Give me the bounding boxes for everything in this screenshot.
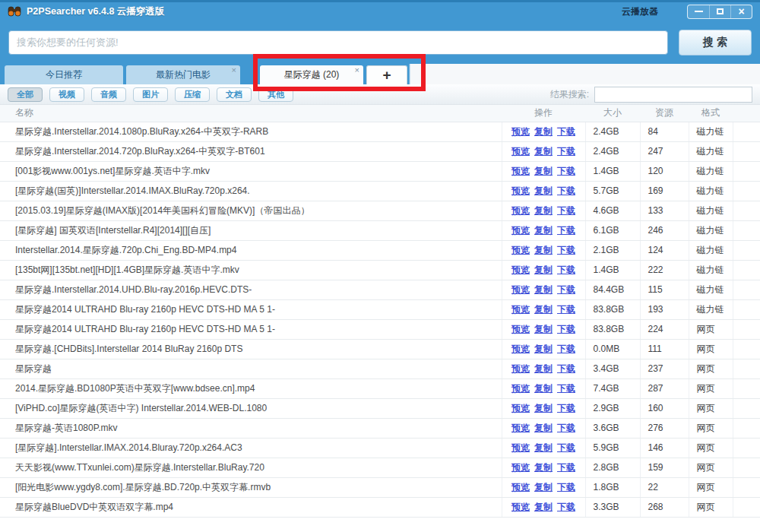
header-format[interactable]: 格式 (689, 105, 733, 122)
copy-link[interactable]: 复制 (534, 264, 553, 275)
filter-button-5[interactable]: 压缩 (175, 87, 210, 102)
result-size: 1.4GB (585, 260, 640, 280)
copy-link[interactable]: 复制 (534, 284, 553, 295)
preview-link[interactable]: 预览 (511, 423, 530, 433)
preview-link[interactable]: 预览 (511, 304, 530, 315)
copy-link[interactable]: 复制 (534, 324, 553, 334)
copy-link[interactable]: 复制 (534, 363, 553, 374)
copy-link[interactable]: 复制 (534, 146, 553, 157)
search-input[interactable] (8, 30, 668, 55)
download-link[interactable]: 下载 (557, 383, 575, 394)
download-link[interactable]: 下载 (557, 264, 575, 275)
result-name: [阳光电影www.ygdy8.com].星际穿越.BD.720p.中英双字幕.r… (0, 477, 502, 497)
download-link[interactable]: 下载 (557, 304, 575, 315)
result-format: 网页 (689, 359, 733, 378)
preview-link[interactable]: 预览 (511, 482, 530, 492)
new-tab-button[interactable]: + (366, 65, 407, 84)
result-actions: 预览复制下载 (502, 280, 585, 299)
tab-3[interactable]: 星际穿越 (20)× (260, 65, 363, 84)
copy-link[interactable]: 复制 (534, 462, 553, 473)
preview-link[interactable]: 预览 (511, 185, 530, 196)
close-icon[interactable]: × (730, 5, 752, 18)
preview-link[interactable]: 预览 (511, 383, 530, 394)
copy-link[interactable]: 复制 (534, 185, 553, 196)
search-button[interactable]: 搜 索 (679, 30, 752, 55)
filter-button-1[interactable]: 全部 (8, 87, 43, 102)
row-spacer (733, 458, 760, 477)
copy-link[interactable]: 复制 (534, 403, 553, 413)
tab-1[interactable]: 今日推荐 (5, 65, 123, 84)
result-name: 星际穿越.Interstellar.2014.720p.BluRay.x264-… (0, 141, 502, 161)
download-link[interactable]: 下载 (557, 324, 575, 334)
preview-link[interactable]: 预览 (511, 324, 530, 334)
result-size: 83.8GB (585, 319, 640, 339)
filter-button-4[interactable]: 图片 (133, 87, 168, 102)
tab-close-icon[interactable]: × (355, 65, 359, 74)
minimize-icon[interactable] (688, 5, 709, 18)
preview-link[interactable]: 预览 (511, 344, 530, 354)
copy-link[interactable]: 复制 (534, 126, 553, 137)
preview-link[interactable]: 预览 (511, 502, 530, 512)
header-name[interactable]: 名称 (0, 105, 502, 122)
preview-link[interactable]: 预览 (511, 245, 530, 255)
result-resources: 146 (640, 438, 689, 458)
download-link[interactable]: 下载 (557, 462, 575, 473)
copy-link[interactable]: 复制 (534, 205, 553, 216)
download-link[interactable]: 下载 (557, 205, 575, 216)
preview-link[interactable]: 预览 (511, 442, 530, 453)
download-link[interactable]: 下载 (557, 502, 575, 512)
filter-button-7[interactable]: 其他 (258, 87, 293, 102)
download-link[interactable]: 下载 (557, 403, 575, 413)
copy-link[interactable]: 复制 (534, 423, 553, 433)
preview-link[interactable]: 预览 (511, 126, 530, 137)
download-link[interactable]: 下载 (557, 363, 575, 374)
row-spacer (733, 220, 760, 240)
copy-link[interactable]: 复制 (534, 344, 553, 354)
copy-link[interactable]: 复制 (534, 482, 553, 492)
copy-link[interactable]: 复制 (534, 442, 553, 453)
preview-link[interactable]: 预览 (511, 205, 530, 216)
download-link[interactable]: 下载 (557, 482, 575, 492)
download-link[interactable]: 下载 (557, 126, 575, 137)
table-row: 星际穿越.Interstellar.2014.1080p.BluRay.x264… (0, 122, 760, 141)
download-link[interactable]: 下载 (557, 284, 575, 295)
download-link[interactable]: 下载 (557, 185, 575, 196)
download-link[interactable]: 下载 (557, 166, 575, 176)
tab-label: + (382, 67, 391, 84)
copy-link[interactable]: 复制 (534, 166, 553, 176)
result-format: 磁力链 (689, 240, 733, 260)
header-resources[interactable]: 资源 (640, 105, 689, 122)
download-link[interactable]: 下载 (557, 423, 575, 433)
preview-link[interactable]: 预览 (511, 264, 530, 275)
result-search-input[interactable] (594, 87, 752, 103)
download-link[interactable]: 下载 (557, 245, 575, 255)
copy-link[interactable]: 复制 (534, 225, 553, 236)
copy-link[interactable]: 复制 (534, 502, 553, 512)
download-link[interactable]: 下载 (557, 442, 575, 453)
header-size[interactable]: 大小 (585, 105, 640, 122)
filter-button-2[interactable]: 视频 (49, 87, 84, 102)
preview-link[interactable]: 预览 (511, 146, 530, 157)
copy-link[interactable]: 复制 (534, 383, 553, 394)
tab-close-icon[interactable]: × (232, 65, 236, 74)
copy-link[interactable]: 复制 (534, 304, 553, 315)
preview-link[interactable]: 预览 (511, 462, 530, 473)
cloud-player-label[interactable]: 云播放器 (622, 5, 658, 18)
copy-link[interactable]: 复制 (534, 245, 553, 255)
preview-link[interactable]: 预览 (511, 403, 530, 413)
maximize-icon[interactable] (709, 5, 730, 18)
result-size: 84.4GB (585, 280, 640, 299)
filter-button-6[interactable]: 文档 (217, 87, 252, 102)
filter-button-3[interactable]: 音频 (91, 87, 126, 102)
preview-link[interactable]: 预览 (511, 363, 530, 374)
tab-label: 最新热门电影 (156, 68, 211, 81)
preview-link[interactable]: 预览 (511, 284, 530, 295)
tab-2[interactable]: 最新热门电影× (126, 65, 240, 84)
preview-link[interactable]: 预览 (511, 225, 530, 236)
download-link[interactable]: 下载 (557, 225, 575, 236)
download-link[interactable]: 下载 (557, 344, 575, 354)
download-link[interactable]: 下载 (557, 146, 575, 157)
preview-link[interactable]: 预览 (511, 166, 530, 176)
header-actions[interactable]: 操作 (502, 105, 585, 122)
table-header: 名称 操作 大小 资源 格式 (0, 105, 760, 122)
